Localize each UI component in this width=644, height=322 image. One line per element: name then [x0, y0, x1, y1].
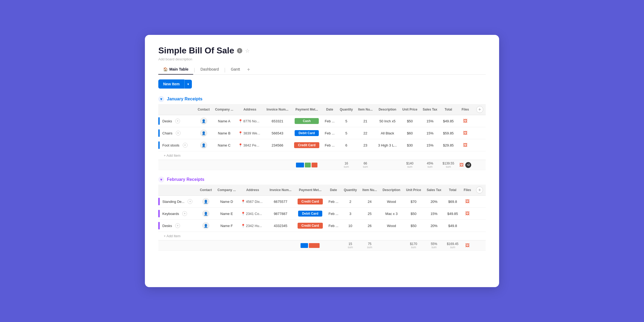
cell-company: Name B: [212, 127, 236, 139]
col-contact: Contact: [195, 104, 212, 115]
section-february-title[interactable]: February Receipts: [167, 177, 204, 182]
col-payment-feb: Payment Met...: [295, 185, 326, 196]
cell-company: Name A: [212, 115, 236, 127]
col-sales-tax: Sales Tax: [420, 104, 440, 115]
tab-main-table[interactable]: 🏠 Main Table: [158, 65, 193, 75]
cell-files: 🖼: [461, 208, 474, 220]
cell-item-num: 22: [356, 127, 375, 139]
cell-description: All Black: [375, 127, 400, 139]
january-collapse-icon[interactable]: ▼: [158, 96, 164, 102]
new-item-caret[interactable]: ▾: [184, 80, 192, 89]
cell-item-num: 25: [360, 208, 380, 220]
info-icon[interactable]: i: [237, 48, 242, 53]
add-item-button[interactable]: + Add Item: [158, 151, 486, 160]
cell-total: $49.85: [440, 115, 457, 127]
add-person-icon[interactable]: +: [175, 119, 180, 123]
new-item-row: New Item ▾: [158, 79, 486, 89]
section-january: ▼ January Receipts Contact Company ... A…: [158, 96, 486, 170]
add-person-icon[interactable]: +: [188, 199, 192, 204]
new-item-button[interactable]: New Item: [158, 79, 184, 89]
badge-count: +2: [465, 162, 471, 168]
cell-address: 📍 8776 No...: [236, 115, 264, 127]
avatar: 👤: [200, 130, 207, 137]
app-container: Simple Bill Of Sale i ☆ Add board descri…: [145, 35, 499, 287]
file-icon[interactable]: 🖼: [463, 119, 467, 123]
cell-total: $69.8: [444, 196, 461, 208]
file-icon[interactable]: 🖼: [465, 211, 470, 216]
cell-payment: Credit Card: [291, 139, 322, 151]
cell-contact: 👤: [195, 139, 212, 151]
col-total-feb: Total: [444, 185, 461, 196]
tab-dashboard[interactable]: Dashboard: [196, 65, 224, 75]
cell-payment: Credit Card: [295, 196, 326, 208]
section-january-title[interactable]: January Receipts: [167, 97, 203, 101]
table-row: Standing De... + 👤 Name D 📍 4567 Dix... …: [158, 196, 486, 208]
col-unit-price-feb: Unit Price: [403, 185, 424, 196]
cell-quantity: 5: [337, 127, 355, 139]
col-sales-tax-feb: Sales Tax: [424, 185, 444, 196]
summary-total: $169.45sum: [444, 240, 461, 251]
summary-file-icon[interactable]: 🖼: [459, 163, 464, 167]
summary-file-icon[interactable]: 🖼: [465, 243, 470, 248]
col-quantity: Quantity: [337, 104, 355, 115]
cell-files: 🖼: [461, 196, 474, 208]
col-invoice-feb: Invoice Num...: [266, 185, 294, 196]
avatar: 👤: [202, 198, 209, 205]
february-collapse-icon[interactable]: ▼: [158, 177, 164, 182]
file-icon[interactable]: 🖼: [463, 143, 467, 147]
cell-sales-tax: 15%: [420, 139, 440, 151]
cell-contact: 👤: [197, 196, 215, 208]
table-row: Desks + 👤 Name A 📍 8776 No... 653321 Cas…: [158, 115, 486, 127]
cell-total: $49.85: [444, 208, 461, 220]
cell-invoice: 566543: [264, 127, 291, 139]
section-february-header: ▼ February Receipts: [158, 177, 486, 182]
add-person-icon[interactable]: +: [176, 131, 181, 136]
add-column-button-feb[interactable]: +: [476, 186, 483, 193]
section-february: ▼ February Receipts Contact Company ... …: [158, 177, 486, 251]
cell-quantity: 3: [341, 208, 360, 220]
summary-bars: [291, 160, 322, 170]
col-contact-feb: Contact: [197, 185, 215, 196]
summary-row: 15sum 75sum $170sum 55%sum $169.45sum 🖼: [158, 240, 486, 251]
add-person-icon[interactable]: +: [182, 211, 187, 216]
tab-gantt[interactable]: Gantt: [226, 65, 245, 75]
file-icon[interactable]: 🖼: [465, 199, 470, 204]
cell-name: Chairs +: [158, 127, 195, 139]
avatar: 👤: [200, 118, 207, 125]
add-person-icon[interactable]: +: [183, 143, 188, 148]
col-item-name: [158, 104, 195, 115]
tab-divider-1: |: [193, 67, 196, 72]
cell-unit-price: $70: [403, 196, 424, 208]
add-item-row[interactable]: + Add Item: [158, 232, 486, 240]
cell-invoice: 4332345: [266, 220, 294, 232]
col-files-feb: Files: [461, 185, 474, 196]
cell-description: Wood: [380, 196, 403, 208]
cell-name: Foot stools +: [158, 139, 195, 151]
cell-invoice: 234566: [264, 139, 291, 151]
cell-empty: [474, 208, 486, 220]
cell-unit-price: $60: [400, 127, 420, 139]
cell-description: 3 High 3 L...: [375, 139, 400, 151]
cell-payment: Cash: [291, 115, 322, 127]
col-address-feb: Address: [239, 185, 267, 196]
tab-divider-2: |: [224, 67, 226, 72]
cell-company: Name E: [215, 208, 239, 220]
add-item-button[interactable]: + Add Item: [158, 232, 486, 240]
cell-date: Feb ...: [322, 127, 337, 139]
cell-quantity: 2: [341, 196, 360, 208]
add-item-row[interactable]: + Add Item: [158, 151, 486, 160]
col-total: Total: [440, 104, 457, 115]
summary-files: 🖼: [461, 240, 474, 251]
add-column-button[interactable]: +: [476, 106, 483, 113]
add-person-icon[interactable]: +: [175, 223, 180, 228]
board-description[interactable]: Add board description: [158, 57, 486, 61]
table-row: Desks + 👤 Name F 📍 2342 Hu... 4332345 Cr…: [158, 220, 486, 232]
home-icon: 🏠: [163, 67, 168, 71]
file-icon[interactable]: 🖼: [463, 131, 467, 135]
add-tab-button[interactable]: +: [245, 65, 252, 74]
cell-item-num: 21: [356, 115, 375, 127]
col-company: Company ...: [212, 104, 236, 115]
star-icon[interactable]: ☆: [245, 47, 250, 54]
cell-date: Feb ...: [326, 208, 341, 220]
cell-empty: [474, 139, 486, 151]
